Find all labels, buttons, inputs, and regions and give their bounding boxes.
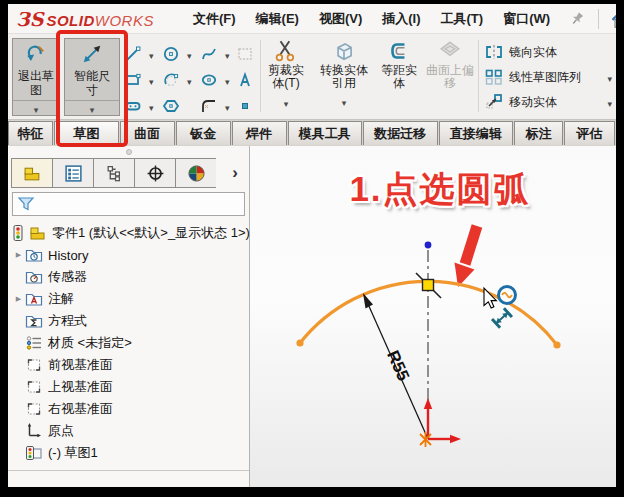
line-dropdown[interactable] [149,45,154,63]
ellipse-icon [200,71,218,89]
tab-evaluate[interactable]: 评估 [564,121,615,145]
convert-entities-button[interactable]: 转换实体引用 [318,38,370,110]
tree-filter-input[interactable] [12,192,245,216]
linear-sketch-pattern-dropdown[interactable] [607,68,612,86]
tree-row-equations[interactable]: 方程式 [8,310,249,332]
tab-data-migration[interactable]: 数据迁移 [363,121,438,145]
tab-markup[interactable]: 标注 [514,121,563,145]
history-folder-icon [25,246,43,264]
tree-row-origin[interactable]: 原点 [8,420,249,442]
rectangle-tool[interactable] [124,68,160,92]
feature-manager-panel: 零件1 (默认<<默认>_显示状态 1>) History 传感器 注解 [8,146,250,487]
tree-item-label: 前视基准面 [48,356,113,374]
spline-tool[interactable] [200,42,236,66]
toolbar-separator [478,40,479,112]
home-icon[interactable] [608,7,616,31]
ellipse-dropdown[interactable] [225,71,230,89]
circle-tool[interactable] [162,42,198,66]
tab-mold-tools[interactable]: 模具工具 [288,121,363,145]
tree-row-front-plane[interactable]: 前视基准面 [8,354,249,376]
move-entities-button[interactable]: 移动实体 [484,90,612,114]
mirror-entities-button[interactable]: 镜向实体 [484,40,557,64]
menu-edit[interactable]: 编辑(E) [247,6,308,32]
tree-item-label: 原点 [48,422,74,440]
smart-dimension-flyout[interactable] [65,100,119,115]
tab-features[interactable]: 特征 [8,121,53,145]
solidworks-logo: ЗSSOLIDWORKS [16,8,154,30]
menu-insert[interactable]: 插入(I) [373,6,429,32]
move-entities-icon [484,93,504,111]
configuration-manager-icon [105,164,124,183]
tree-item-label: History [48,248,88,263]
slot-tool[interactable] [124,94,160,118]
panel-splitter[interactable] [8,146,249,158]
tab-configuration-manager[interactable] [93,158,134,188]
menu-tools[interactable]: 工具(T) [432,6,493,32]
arc-endpoint-right[interactable] [553,341,560,348]
tab-surfaces[interactable]: 曲面 [120,121,175,145]
tab-sheet-metal[interactable]: 钣金 [176,121,231,145]
line-tool[interactable] [124,42,160,66]
panel-tabs-more[interactable] [216,158,246,188]
ellipse-tool[interactable] [200,68,236,92]
circle-dropdown[interactable] [187,45,192,63]
expand-arrow-icon[interactable] [12,295,25,303]
slot-dropdown[interactable] [149,97,154,115]
tree-row-annotations[interactable]: 注解 [8,288,249,310]
polygon-tool[interactable] [162,94,198,118]
tree-root-row[interactable]: 零件1 (默认<<默认>_显示状态 1>) [8,222,249,244]
tree-item-label: (-) 草图1 [48,444,98,462]
sketch-origin[interactable] [420,398,461,447]
trim-entities-button[interactable]: 剪裁实体(T) [264,38,308,111]
menu-file[interactable]: 文件(F) [184,6,245,32]
exit-sketch-label: 退出草图 [14,65,58,100]
rectangle-dropdown[interactable] [149,71,154,89]
tree-row-top-plane[interactable]: 上视基准面 [8,376,249,398]
tab-dimxpert-manager[interactable] [134,158,175,188]
linear-sketch-pattern-button[interactable]: 线性草图阵列 [484,65,612,89]
tree-row-material[interactable]: 材质 <未指定> [8,332,249,354]
pin-icon[interactable] [565,7,589,31]
offset-on-surface-icon [438,38,462,64]
tree-row-history[interactable]: History [8,244,249,266]
polygon-icon [162,97,180,115]
spline-dropdown[interactable] [225,45,230,63]
main-area: 零件1 (默认<<默认>_显示状态 1>) History 传感器 注解 [8,146,616,487]
arc-endpoint-left[interactable] [296,339,303,346]
fillet-tool[interactable] [200,94,236,118]
annotations-folder-icon [25,290,43,308]
convert-entities-dropdown[interactable] [342,92,347,110]
tree-item-label: 注解 [48,290,74,308]
menu-view[interactable]: 视图(V) [310,6,371,32]
tab-direct-editing[interactable]: 直接编辑 [439,121,514,145]
menu-window[interactable]: 窗口(W) [494,6,559,32]
trim-entities-label: 剪裁实体(T) [264,64,308,90]
arc-dropdown[interactable] [187,71,192,89]
smart-dimension-label: 智能尺寸 [70,65,114,100]
tree-row-sketch1[interactable]: (-) 草图1 [8,442,249,464]
radius-dimension[interactable]: R55 [363,293,428,439]
tab-display-manager[interactable] [175,158,216,188]
graphics-area[interactable]: 1.点选圆弧 [250,146,616,487]
menubar-right [563,7,616,31]
selection-hint-icon [499,287,516,304]
offset-entities-button[interactable]: 等距实体 [376,38,422,90]
tab-feature-tree[interactable] [11,158,52,188]
tab-sketch[interactable]: 草图 [54,121,119,145]
tree-row-sensors[interactable]: 传感器 [8,266,249,288]
exit-sketch-button[interactable]: 退出草图 [12,38,60,116]
convert-entities-icon [331,38,357,64]
trim-entities-dropdown[interactable] [284,93,289,111]
arc-tool[interactable] [162,68,198,92]
move-entities-dropdown[interactable] [607,93,612,111]
smart-dimension-button[interactable]: 智能尺寸 [64,38,120,116]
fillet-dropdown[interactable] [225,97,230,115]
tree-item-label: 上视基准面 [48,378,113,396]
feature-tree: 零件1 (默认<<默认>_显示状态 1>) History 传感器 注解 [8,222,249,471]
exit-sketch-flyout[interactable] [13,100,59,115]
tab-property-manager[interactable] [52,158,93,188]
tree-row-right-plane[interactable]: 右视基准面 [8,398,249,420]
centerline-endpoint[interactable] [425,242,432,249]
tab-weldments[interactable]: 焊件 [232,121,287,145]
expand-arrow-icon[interactable] [12,251,25,259]
